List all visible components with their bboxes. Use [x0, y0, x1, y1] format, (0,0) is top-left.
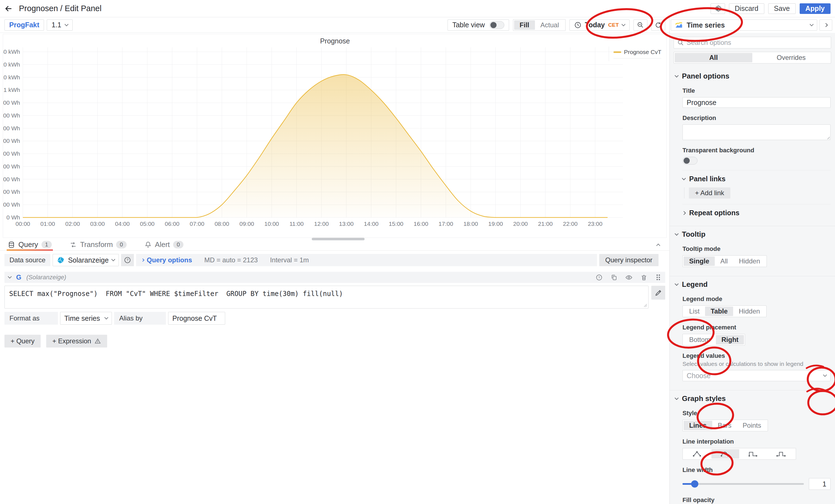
tab-transform[interactable]: Transform 0: [69, 239, 127, 250]
fill-actual-group: Fill Actual: [513, 19, 566, 31]
legend-values-select[interactable]: Choose: [683, 370, 831, 381]
interp-step-before-icon: [747, 450, 759, 458]
legend-mode-list[interactable]: List: [684, 307, 705, 316]
legend-placement-bottom[interactable]: Bottom: [684, 335, 716, 344]
tab-alert[interactable]: Alert 0: [144, 239, 184, 250]
add-expression-button[interactable]: + Expression: [46, 335, 107, 347]
delete-query-button[interactable]: [640, 274, 647, 281]
legend-header[interactable]: Legend: [674, 280, 831, 289]
tooltip-mode-single[interactable]: Single: [684, 257, 715, 266]
legend-mode-hidden[interactable]: Hidden: [733, 307, 766, 316]
add-query-button[interactable]: + Query: [4, 335, 41, 347]
svg-text:?: ?: [598, 276, 600, 279]
format-as-select[interactable]: Time series: [60, 312, 112, 325]
discard-button[interactable]: Discard: [729, 3, 764, 14]
actual-option[interactable]: Actual: [535, 20, 565, 30]
zoom-out-button[interactable]: [633, 20, 647, 31]
datasource-help-button[interactable]: ?: [121, 254, 134, 266]
transparent-background-toggle[interactable]: [683, 157, 697, 165]
tooltip-mode-all[interactable]: All: [715, 257, 733, 266]
svg-text:400 Wh: 400 Wh: [3, 163, 20, 169]
save-button[interactable]: Save: [768, 3, 796, 14]
timeseries-chart[interactable]: 1.30 kWh1.20 kWh1.10 kWh1 kWh900 Wh800 W…: [3, 34, 666, 238]
graph-styles-header[interactable]: Graph styles: [674, 394, 831, 403]
version-select[interactable]: 1.1: [47, 20, 73, 31]
svg-text:09:00: 09:00: [239, 221, 254, 227]
line-width-slider-thumb[interactable]: [691, 480, 698, 488]
panel-description-input[interactable]: [683, 124, 831, 140]
tooltip-title: Tooltip: [682, 230, 706, 239]
legend-mode-table[interactable]: Table: [705, 307, 733, 316]
line-width-input[interactable]: [809, 478, 831, 490]
visualization-value: Time series: [687, 21, 725, 29]
svg-text:600 Wh: 600 Wh: [3, 138, 20, 144]
section-legend: Legend Legend mode List Table Hidden Leg…: [670, 276, 835, 386]
svg-text:11:00: 11:00: [289, 221, 304, 227]
tooltip-header[interactable]: Tooltip: [674, 230, 831, 239]
drag-query-handle[interactable]: [655, 274, 661, 281]
datasource-select[interactable]: Solaranzeige: [53, 254, 119, 266]
collapse-options-pane-button[interactable]: [819, 20, 832, 31]
legend-placement-group: Bottom Right: [683, 334, 745, 346]
chevron-down-icon: [104, 316, 108, 319]
tab-query[interactable]: Query 1: [8, 239, 52, 250]
fill-option[interactable]: Fill: [514, 20, 535, 30]
duplicate-query-button[interactable]: [610, 274, 617, 281]
panel-options-title: Panel options: [682, 72, 729, 80]
legend-values-placeholder: Choose: [687, 372, 711, 380]
tab-all[interactable]: All: [675, 53, 752, 62]
query-help-button[interactable]: ?: [596, 274, 603, 281]
time-range-picker[interactable]: Today CET: [569, 20, 630, 31]
all-overrides-tabs: All Overrides: [674, 52, 831, 63]
dashboard-link-button[interactable]: ProgFakt: [4, 20, 44, 31]
back-arrow-icon[interactable]: [4, 4, 13, 13]
refresh-button[interactable]: [651, 20, 665, 31]
database-icon: [8, 241, 15, 248]
style-points[interactable]: Points: [737, 421, 767, 430]
table-view-toggle[interactable]: [489, 21, 504, 29]
edit-query-button[interactable]: [651, 286, 665, 300]
section-panel-options: Panel options Title Description Transpar…: [670, 68, 835, 221]
timezone-badge: CET: [608, 22, 619, 28]
add-link-button[interactable]: + Add link: [689, 187, 730, 199]
panel-settings-button[interactable]: [711, 3, 725, 14]
repeat-options-header[interactable]: Repeat options: [683, 209, 831, 217]
style-lines[interactable]: Lines: [684, 421, 712, 430]
help-circle-icon: ?: [124, 257, 131, 264]
graph-styles-title: Graph styles: [682, 394, 726, 403]
interp-step-after-icon: [775, 450, 788, 458]
query-options-link[interactable]: Query options: [142, 256, 192, 264]
svg-text:1.10 kWh: 1.10 kWh: [3, 74, 20, 80]
visualization-select[interactable]: Time series: [671, 20, 817, 31]
line-width-label: Line width: [683, 466, 831, 473]
query-inspector-button[interactable]: Query inspector: [599, 254, 658, 266]
interp-smooth[interactable]: [711, 449, 739, 459]
query-row-header[interactable]: G (Solaranzeige) ?: [4, 272, 665, 283]
description-label: Description: [683, 115, 831, 122]
toggle-query-visibility-button[interactable]: [625, 274, 633, 281]
svg-text:07:00: 07:00: [190, 221, 205, 227]
alias-by-input[interactable]: [168, 312, 225, 325]
interval-value: Interval = 1m: [270, 256, 309, 264]
chevron-down-icon: [675, 396, 678, 400]
panel-title-input[interactable]: [683, 97, 831, 108]
interp-step-after[interactable]: [767, 449, 795, 459]
style-bars[interactable]: Bars: [712, 421, 737, 430]
query-ref-id: G: [16, 274, 21, 281]
interp-linear[interactable]: [684, 449, 711, 459]
apply-button[interactable]: Apply: [800, 3, 831, 14]
interp-step-before[interactable]: [739, 449, 767, 459]
legend-placement-right[interactable]: Right: [716, 335, 744, 344]
tab-overrides[interactable]: Overrides: [752, 53, 830, 62]
tooltip-mode-hidden[interactable]: Hidden: [733, 257, 766, 266]
panel-links-header[interactable]: Panel links: [683, 175, 831, 183]
line-width-slider[interactable]: [683, 483, 804, 485]
collapse-query-editor-button[interactable]: [655, 239, 662, 251]
panel-options-header[interactable]: Panel options: [674, 72, 831, 80]
search-input[interactable]: [687, 39, 828, 46]
textarea-resize-corner[interactable]: [643, 303, 647, 307]
page-title: Prognosen / Edit Panel: [19, 4, 102, 13]
sql-query-editor[interactable]: SELECT max("Prognose") FROM "CvT" WHERE …: [4, 286, 649, 308]
svg-text:14:00: 14:00: [364, 221, 379, 227]
svg-text:1 kWh: 1 kWh: [3, 87, 20, 93]
